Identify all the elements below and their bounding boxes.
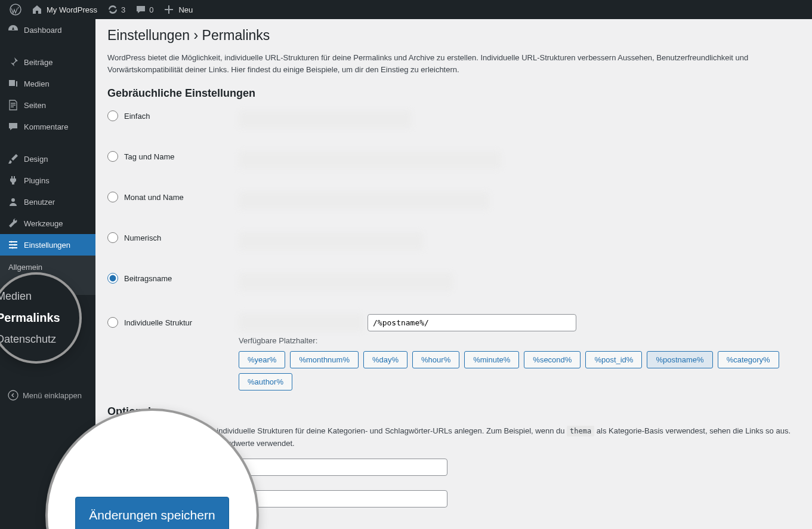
menu-comments[interactable]: Kommentare [0, 116, 95, 137]
mag-item-permalinks: Permalinks [0, 307, 79, 329]
page-title: Einstellungen › Permalinks [107, 27, 800, 44]
example-monthname [239, 192, 489, 210]
site-name-link[interactable]: My WordPress [26, 0, 102, 19]
radio-simple[interactable] [107, 110, 118, 121]
admin-toolbar: My WordPress 3 0 Neu [0, 0, 812, 19]
wp-logo[interactable] [5, 0, 26, 19]
menu-posts[interactable]: Beiträge [0, 51, 95, 73]
tag-minute[interactable]: %minute% [464, 351, 519, 368]
intro-text: WordPress bietet die Möglichkeit, indivi… [107, 52, 800, 75]
collapse-menu[interactable]: Menü einklappen [0, 385, 95, 406]
example-dayname [239, 151, 501, 169]
user-icon [7, 196, 19, 208]
radio-monthname[interactable] [107, 192, 118, 202]
page-icon [7, 99, 19, 111]
comments-link[interactable]: 0 [130, 0, 158, 19]
radio-numeric[interactable] [107, 232, 118, 243]
label-numeric[interactable]: Numerisch [124, 233, 161, 242]
collapse-icon [7, 389, 19, 401]
svg-point-3 [14, 244, 16, 246]
menu-tools[interactable]: Werkzeuge [0, 213, 95, 234]
menu-media[interactable]: Medien [0, 73, 95, 94]
example-simple [239, 110, 412, 128]
refresh-icon [107, 4, 119, 16]
save-changes-button[interactable]: Änderungen speichern [75, 497, 229, 529]
mag-item-medien: Medien [0, 286, 79, 307]
updates-link[interactable]: 3 [102, 0, 130, 19]
menu-settings[interactable]: Einstellungen [0, 234, 95, 256]
tag-category[interactable]: %category% [718, 351, 779, 368]
wrench-icon [7, 217, 19, 229]
radio-dayname[interactable] [107, 151, 118, 162]
label-dayname[interactable]: Tag und Name [124, 152, 175, 161]
brush-icon [7, 153, 19, 165]
plus-icon [163, 4, 175, 16]
radio-postname[interactable] [107, 273, 118, 284]
tag-base-input[interactable] [239, 490, 447, 508]
label-monthname[interactable]: Monat und Name [124, 193, 184, 202]
menu-plugins[interactable]: Plugins [0, 170, 95, 191]
category-base-input[interactable] [239, 459, 447, 476]
new-content-link[interactable]: Neu [158, 0, 197, 19]
home-icon [31, 4, 43, 16]
menu-appearance[interactable]: Design [0, 148, 95, 170]
pin-icon [7, 56, 19, 68]
submenu-general[interactable]: Allgemein [0, 259, 95, 275]
label-postname[interactable]: Beitragsname [124, 274, 172, 283]
label-simple[interactable]: Einfach [124, 112, 150, 121]
new-label: Neu [178, 5, 193, 14]
custom-structure-input[interactable] [368, 314, 576, 331]
updates-count: 3 [121, 5, 125, 14]
tag-day[interactable]: %day% [363, 351, 407, 368]
tag-postname[interactable]: %postname% [647, 351, 712, 368]
code-sample: thema [567, 426, 594, 436]
svg-point-4 [12, 247, 14, 249]
menu-pages[interactable]: Seiten [0, 94, 95, 116]
tag-author[interactable]: %author% [239, 373, 292, 390]
label-custom[interactable]: Individuelle Struktur [124, 318, 192, 327]
sliders-icon [7, 239, 19, 251]
comments-count: 0 [149, 5, 153, 14]
optional-heading: Optional [107, 405, 800, 418]
svg-point-5 [8, 390, 18, 400]
example-custom-prefix [239, 313, 364, 331]
tag-second[interactable]: %second% [524, 351, 581, 368]
comment-icon [135, 4, 147, 16]
site-name: My WordPress [47, 5, 97, 14]
plugin-icon [7, 174, 19, 186]
svg-point-1 [11, 198, 15, 202]
common-settings-heading: Gebräuchliche Einstellungen [107, 87, 800, 100]
menu-dashboard[interactable]: Dashboard [0, 19, 95, 41]
mag-item-datenschutz: Datenschutz [0, 329, 79, 350]
available-tags-label: Verfügbare Platzhalter: [239, 336, 800, 345]
tags-row: %year%%monthnum%%day%%hour%%minute%%seco… [239, 351, 800, 390]
radio-custom[interactable] [107, 317, 118, 328]
comment-icon [7, 121, 19, 133]
tag-hour[interactable]: %hour% [412, 351, 459, 368]
example-numeric [239, 232, 424, 250]
wordpress-icon [10, 4, 21, 16]
media-icon [7, 78, 19, 90]
dashboard-icon [7, 24, 19, 36]
menu-users[interactable]: Benutzer [0, 191, 95, 213]
tag-monthnum[interactable]: %monthnum% [290, 351, 359, 368]
example-postname [239, 273, 453, 291]
svg-point-2 [11, 241, 13, 243]
tag-post_id[interactable]: %post_id% [585, 351, 642, 368]
tag-year[interactable]: %year% [239, 351, 285, 368]
